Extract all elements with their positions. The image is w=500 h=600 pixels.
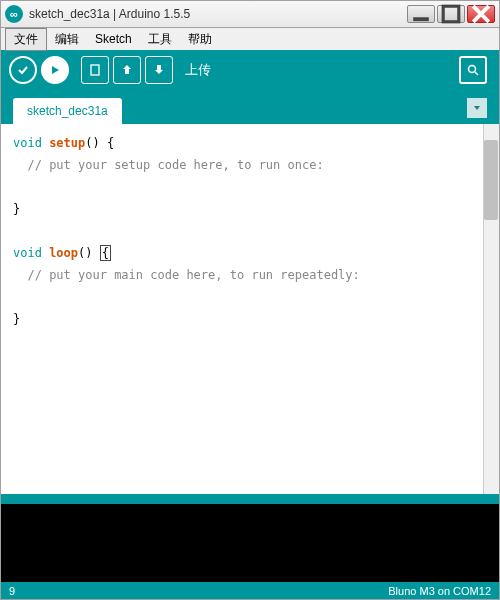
tabbar: sketch_dec31a [0, 90, 500, 124]
code-line: void loop() { [13, 242, 487, 264]
separator [0, 494, 500, 504]
menubar: 文件 编辑 Sketch 工具 帮助 [0, 28, 500, 50]
window-controls [407, 5, 495, 23]
menu-help[interactable]: 帮助 [180, 29, 220, 50]
svg-marker-4 [52, 66, 59, 74]
menu-edit[interactable]: 编辑 [47, 29, 87, 50]
menu-sketch[interactable]: Sketch [87, 30, 140, 48]
menu-file[interactable]: 文件 [5, 28, 47, 51]
arduino-icon [5, 5, 23, 23]
verify-button[interactable] [9, 56, 37, 84]
serial-monitor-button[interactable] [459, 56, 487, 84]
console-output [0, 504, 500, 582]
minimize-button[interactable] [407, 5, 435, 23]
upload-label: 上传 [185, 61, 211, 79]
save-button[interactable] [145, 56, 173, 84]
cursor-position: { [100, 245, 111, 261]
status-board: Bluno M3 on COM12 [388, 585, 491, 597]
svg-marker-6 [123, 65, 131, 69]
code-line [13, 220, 487, 242]
svg-rect-8 [157, 65, 161, 70]
upload-button[interactable] [41, 56, 69, 84]
svg-rect-7 [125, 69, 129, 74]
status-line-number: 9 [9, 585, 388, 597]
code-line: } [13, 198, 487, 220]
svg-point-10 [469, 66, 476, 73]
tab-menu-button[interactable] [467, 98, 487, 118]
editor-scrollbar[interactable] [483, 124, 499, 494]
new-button[interactable] [81, 56, 109, 84]
maximize-button[interactable] [437, 5, 465, 23]
close-button[interactable] [467, 5, 495, 23]
code-line [13, 286, 487, 308]
tab-sketch[interactable]: sketch_dec31a [13, 98, 122, 124]
toolbar: 上传 [0, 50, 500, 90]
statusbar: 9 Bluno M3 on COM12 [0, 582, 500, 600]
code-line [13, 176, 487, 198]
code-line: // put your main code here, to run repea… [13, 264, 487, 286]
window-title: sketch_dec31a | Arduino 1.5.5 [29, 7, 407, 21]
svg-line-11 [475, 72, 478, 75]
code-line: } [13, 308, 487, 330]
svg-marker-9 [155, 70, 163, 74]
scrollbar-thumb[interactable] [484, 140, 498, 220]
code-editor[interactable]: void setup() { // put your setup code he… [0, 124, 500, 494]
titlebar: sketch_dec31a | Arduino 1.5.5 [0, 0, 500, 28]
open-button[interactable] [113, 56, 141, 84]
svg-rect-5 [91, 65, 99, 75]
menu-tools[interactable]: 工具 [140, 29, 180, 50]
svg-marker-12 [474, 106, 480, 110]
svg-rect-1 [443, 6, 459, 22]
code-line: // put your setup code here, to run once… [13, 154, 487, 176]
code-line: void setup() { [13, 132, 487, 154]
